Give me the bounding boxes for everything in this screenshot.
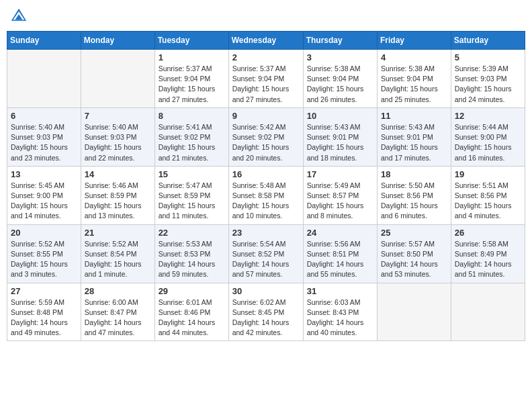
calendar-week-row: 20Sunrise: 5:52 AMSunset: 8:55 PMDayligh… (7, 224, 525, 283)
calendar-cell: 6Sunrise: 5:40 AMSunset: 9:03 PMDaylight… (7, 107, 81, 166)
calendar-cell: 15Sunrise: 5:47 AMSunset: 8:59 PMDayligh… (154, 166, 228, 224)
day-number: 16 (232, 169, 300, 179)
day-number: 13 (11, 169, 77, 179)
calendar-cell: 3Sunrise: 5:38 AMSunset: 9:04 PMDaylight… (303, 50, 377, 108)
calendar-cell (451, 283, 525, 341)
page-header (7, 7, 525, 26)
calendar-cell: 26Sunrise: 5:58 AMSunset: 8:49 PMDayligh… (451, 224, 525, 283)
day-info: Sunrise: 5:40 AMSunset: 9:03 PMDaylight:… (11, 122, 77, 163)
day-info: Sunrise: 5:59 AMSunset: 8:48 PMDaylight:… (11, 298, 77, 338)
day-number: 23 (232, 228, 300, 238)
day-number: 27 (11, 286, 77, 296)
day-number: 26 (455, 228, 521, 238)
calendar-week-row: 1Sunrise: 5:37 AMSunset: 9:04 PMDaylight… (7, 50, 525, 108)
day-number: 28 (85, 286, 151, 296)
calendar-cell: 22Sunrise: 5:53 AMSunset: 8:53 PMDayligh… (154, 224, 228, 283)
day-info: Sunrise: 5:54 AMSunset: 8:52 PMDaylight:… (232, 239, 300, 280)
day-info: Sunrise: 5:52 AMSunset: 8:55 PMDaylight:… (11, 239, 77, 280)
calendar-cell: 1Sunrise: 5:37 AMSunset: 9:04 PMDaylight… (154, 50, 228, 108)
calendar-header-row: SundayMondayTuesdayWednesdayThursdayFrid… (7, 32, 525, 50)
calendar-cell: 7Sunrise: 5:40 AMSunset: 9:03 PMDaylight… (81, 107, 154, 166)
calendar-header-sunday: Sunday (7, 32, 81, 50)
day-number: 22 (159, 228, 225, 238)
day-number: 1 (159, 52, 225, 62)
day-info: Sunrise: 6:03 AMSunset: 8:43 PMDaylight:… (307, 298, 373, 338)
calendar-cell: 2Sunrise: 5:37 AMSunset: 9:04 PMDaylight… (228, 50, 303, 108)
day-number: 15 (159, 169, 225, 179)
day-number: 11 (381, 111, 447, 121)
calendar-cell: 14Sunrise: 5:46 AMSunset: 8:59 PMDayligh… (81, 166, 154, 224)
day-info: Sunrise: 5:37 AMSunset: 9:04 PMDaylight:… (159, 64, 225, 105)
day-info: Sunrise: 5:45 AMSunset: 9:00 PMDaylight:… (11, 181, 77, 222)
day-info: Sunrise: 5:40 AMSunset: 9:03 PMDaylight:… (85, 122, 151, 163)
calendar-cell: 13Sunrise: 5:45 AMSunset: 9:00 PMDayligh… (7, 166, 81, 224)
day-info: Sunrise: 5:46 AMSunset: 8:59 PMDaylight:… (85, 181, 151, 222)
day-number: 3 (307, 52, 373, 62)
calendar-header-tuesday: Tuesday (154, 32, 228, 50)
calendar-cell: 18Sunrise: 5:50 AMSunset: 8:56 PMDayligh… (378, 166, 451, 224)
calendar-cell: 5Sunrise: 5:39 AMSunset: 9:03 PMDaylight… (451, 50, 525, 108)
calendar-cell: 12Sunrise: 5:44 AMSunset: 9:00 PMDayligh… (451, 107, 525, 166)
calendar-cell (378, 283, 451, 341)
day-info: Sunrise: 5:57 AMSunset: 8:50 PMDaylight:… (381, 239, 447, 280)
calendar-cell (7, 50, 81, 108)
day-number: 31 (307, 286, 373, 296)
calendar-header-friday: Friday (378, 32, 451, 50)
calendar-cell: 20Sunrise: 5:52 AMSunset: 8:55 PMDayligh… (7, 224, 81, 283)
calendar-cell: 29Sunrise: 6:01 AMSunset: 8:46 PMDayligh… (154, 283, 228, 341)
day-number: 17 (307, 169, 373, 179)
day-number: 7 (85, 111, 151, 121)
calendar-cell: 11Sunrise: 5:43 AMSunset: 9:01 PMDayligh… (378, 107, 451, 166)
day-info: Sunrise: 5:37 AMSunset: 9:04 PMDaylight:… (232, 64, 300, 105)
day-info: Sunrise: 5:41 AMSunset: 9:02 PMDaylight:… (159, 122, 225, 163)
day-info: Sunrise: 6:00 AMSunset: 8:47 PMDaylight:… (85, 298, 151, 338)
day-info: Sunrise: 5:52 AMSunset: 8:54 PMDaylight:… (85, 239, 151, 280)
day-info: Sunrise: 5:47 AMSunset: 8:59 PMDaylight:… (159, 181, 225, 222)
day-info: Sunrise: 5:38 AMSunset: 9:04 PMDaylight:… (381, 64, 447, 105)
day-number: 14 (85, 169, 151, 179)
calendar-week-row: 6Sunrise: 5:40 AMSunset: 9:03 PMDaylight… (7, 107, 525, 166)
logo (9, 7, 30, 26)
logo-icon (9, 7, 28, 26)
calendar-header-thursday: Thursday (303, 32, 377, 50)
calendar-header-monday: Monday (81, 32, 154, 50)
calendar-cell: 21Sunrise: 5:52 AMSunset: 8:54 PMDayligh… (81, 224, 154, 283)
day-info: Sunrise: 5:43 AMSunset: 9:01 PMDaylight:… (381, 122, 447, 163)
day-info: Sunrise: 5:53 AMSunset: 8:53 PMDaylight:… (159, 239, 225, 280)
day-number: 8 (159, 111, 225, 121)
calendar-header-wednesday: Wednesday (228, 32, 303, 50)
day-info: Sunrise: 5:51 AMSunset: 8:56 PMDaylight:… (455, 181, 521, 222)
calendar-cell: 9Sunrise: 5:42 AMSunset: 9:02 PMDaylight… (228, 107, 303, 166)
calendar-cell: 24Sunrise: 5:56 AMSunset: 8:51 PMDayligh… (303, 224, 377, 283)
calendar-cell: 19Sunrise: 5:51 AMSunset: 8:56 PMDayligh… (451, 166, 525, 224)
calendar-cell (81, 50, 154, 108)
day-number: 18 (381, 169, 447, 179)
day-info: Sunrise: 5:48 AMSunset: 8:58 PMDaylight:… (232, 181, 300, 222)
day-number: 2 (232, 52, 300, 62)
day-number: 24 (307, 228, 373, 238)
calendar-cell: 31Sunrise: 6:03 AMSunset: 8:43 PMDayligh… (303, 283, 377, 341)
day-info: Sunrise: 5:58 AMSunset: 8:49 PMDaylight:… (455, 239, 521, 280)
calendar-cell: 16Sunrise: 5:48 AMSunset: 8:58 PMDayligh… (228, 166, 303, 224)
calendar-week-row: 27Sunrise: 5:59 AMSunset: 8:48 PMDayligh… (7, 283, 525, 341)
calendar-cell: 10Sunrise: 5:43 AMSunset: 9:01 PMDayligh… (303, 107, 377, 166)
calendar-header-saturday: Saturday (451, 32, 525, 50)
day-number: 10 (307, 111, 373, 121)
calendar-cell: 4Sunrise: 5:38 AMSunset: 9:04 PMDaylight… (378, 50, 451, 108)
day-number: 20 (11, 228, 77, 238)
day-info: Sunrise: 5:56 AMSunset: 8:51 PMDaylight:… (307, 239, 373, 280)
day-number: 5 (455, 52, 521, 62)
day-number: 4 (381, 52, 447, 62)
day-info: Sunrise: 5:43 AMSunset: 9:01 PMDaylight:… (307, 122, 373, 163)
day-number: 9 (232, 111, 300, 121)
day-number: 19 (455, 169, 521, 179)
day-info: Sunrise: 6:02 AMSunset: 8:45 PMDaylight:… (232, 298, 300, 338)
day-info: Sunrise: 5:39 AMSunset: 9:03 PMDaylight:… (455, 64, 521, 105)
calendar-cell: 28Sunrise: 6:00 AMSunset: 8:47 PMDayligh… (81, 283, 154, 341)
calendar-cell: 8Sunrise: 5:41 AMSunset: 9:02 PMDaylight… (154, 107, 228, 166)
calendar-cell: 17Sunrise: 5:49 AMSunset: 8:57 PMDayligh… (303, 166, 377, 224)
day-number: 25 (381, 228, 447, 238)
calendar-cell: 27Sunrise: 5:59 AMSunset: 8:48 PMDayligh… (7, 283, 81, 341)
calendar-week-row: 13Sunrise: 5:45 AMSunset: 9:00 PMDayligh… (7, 166, 525, 224)
day-number: 30 (232, 286, 300, 296)
